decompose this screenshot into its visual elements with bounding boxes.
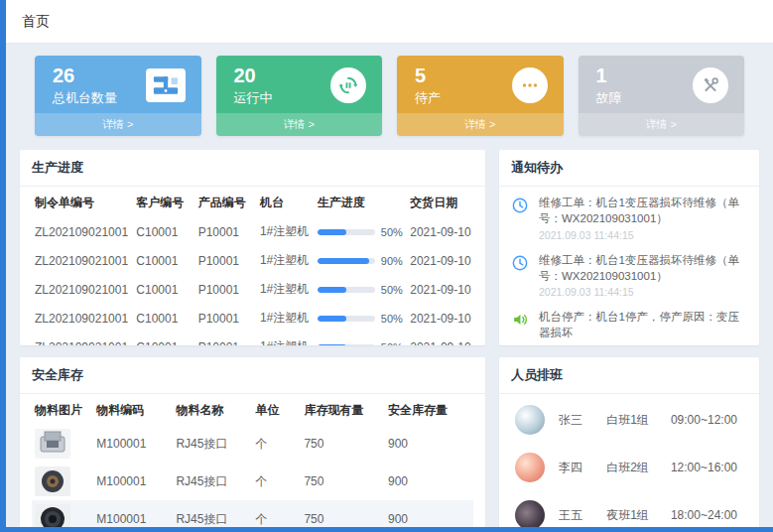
production-table: 制令单编号 客户编号 产品编号 机台 生产进度 交货日期 ZL202109021… xyxy=(32,189,473,345)
notice-time: 2021.09.03 11:44:15 xyxy=(539,229,747,241)
cell-stock: 750 xyxy=(301,425,385,463)
sidebar-strip xyxy=(0,0,6,532)
cell-product: P10001 xyxy=(195,332,257,345)
progress-bar xyxy=(318,287,375,293)
notice-text: 维修工单：机台1变压器损坏待维修（单号：WX202109031001） xyxy=(539,253,747,285)
staff-time: 12:00~16:00 xyxy=(671,461,743,474)
col-name: 物料名称 xyxy=(173,396,252,425)
cell-order: ZL202109021001 xyxy=(32,332,133,345)
staff-shift: 白班2组 xyxy=(606,460,671,476)
col-product: 产品编号 xyxy=(195,189,257,217)
table-row[interactable]: M100001 RJ45接口 个 750 900 xyxy=(32,425,473,463)
cell-customer: C10001 xyxy=(133,217,194,246)
table-row[interactable]: M100001 RJ45接口 个 750 900 xyxy=(32,500,473,527)
stat-card-main: 1 故障 xyxy=(579,56,745,113)
cell-unit: 个 xyxy=(252,500,301,527)
ellipsis-icon xyxy=(512,67,548,103)
detail-link-running[interactable]: 详情 > xyxy=(216,113,383,136)
cell-product: P10001 xyxy=(195,304,257,332)
table-row[interactable]: ZL202109021001 C10001 P10001 1#注塑机 50% 2… xyxy=(32,332,473,345)
tools-icon xyxy=(693,67,728,103)
staff-time: 09:00~12:00 xyxy=(671,413,743,427)
notifications-panel: 通知待办 维修工单：机台1变压器损坏待维修（单号：WX202109031001）… xyxy=(499,150,759,345)
cell-date: 2021-09-10 xyxy=(407,217,473,246)
detail-link-fault[interactable]: 详情 > xyxy=(579,113,745,136)
cell-order: ZL202109021001 xyxy=(32,217,133,246)
cell-unit: 个 xyxy=(252,425,301,463)
staff-row: 张三 白班1组 09:00~12:00 xyxy=(511,396,747,444)
staff-name: 李四 xyxy=(559,460,606,476)
notice-item[interactable]: 维修工单：机台1变压器损坏待维修（单号：WX202109031001） 2021… xyxy=(511,246,747,304)
cell-progress: 90% xyxy=(315,246,407,275)
col-image: 物料图片 xyxy=(32,396,93,425)
panels-row-1: 生产进度 制令单编号 客户编号 产品编号 机台 生产进度 交货日期 xyxy=(20,150,759,345)
panel-title: 生产进度 xyxy=(20,150,485,187)
stat-label: 总机台数量 xyxy=(53,89,117,107)
panel-title: 人员排班 xyxy=(499,357,759,394)
clock-icon xyxy=(511,196,531,241)
cell-machine: 1#注塑机 xyxy=(257,332,315,345)
table-header-row: 制令单编号 客户编号 产品编号 机台 生产进度 交货日期 xyxy=(32,189,473,217)
staff-time: 18:00~24:00 xyxy=(671,508,743,522)
table-row[interactable]: ZL202109021001 C10001 P10001 1#注塑机 90% 2… xyxy=(32,246,473,275)
detail-link-total[interactable]: 详情 > xyxy=(35,113,201,136)
table-row[interactable]: ZL202109021001 C10001 P10001 1#注塑机 50% 2… xyxy=(32,304,473,332)
stat-value: 26 xyxy=(53,64,117,87)
notice-item[interactable]: 维修工单：机台1变压器损坏待维修（单号：WX202109031001） 2021… xyxy=(511,189,747,246)
notice-item[interactable]: 机台停产：机台1停产，停产原因：变压器损坏 2021.09.03 11:44:1… xyxy=(511,303,747,345)
cell-machine: 1#注塑机 xyxy=(257,304,315,332)
production-progress-panel: 生产进度 制令单编号 客户编号 产品编号 机台 生产进度 交货日期 xyxy=(20,150,485,345)
progress-bar xyxy=(318,344,375,346)
cell-date: 2021-09-10 xyxy=(407,246,473,275)
col-safety: 安全库存量 xyxy=(385,396,473,425)
stat-card-main: 20 运行中 xyxy=(216,56,383,113)
cell-stock: 750 xyxy=(301,463,385,500)
table-row[interactable]: ZL202109021001 C10001 P10001 1#注塑机 50% 2… xyxy=(32,217,473,246)
cell-date: 2021-09-10 xyxy=(407,304,473,332)
coil-photo xyxy=(35,466,70,496)
table-row[interactable]: M100001 RJ45接口 个 750 900 xyxy=(32,463,473,500)
cell-name: RJ45接口 xyxy=(173,463,252,500)
staff-name: 张三 xyxy=(559,412,606,429)
cell-order: ZL202109021001 xyxy=(32,275,133,304)
cell-code: M100001 xyxy=(93,463,173,500)
connector-photo xyxy=(35,429,70,459)
top-bar: 首页 xyxy=(6,0,773,44)
speaker-icon xyxy=(511,310,531,345)
detail-link-waiting[interactable]: 详情 > xyxy=(397,113,564,136)
cell-machine: 1#注塑机 xyxy=(257,246,315,275)
cell-code: M100001 xyxy=(93,500,173,527)
col-code: 物料编码 xyxy=(93,396,173,425)
cell-machine: 1#注塑机 xyxy=(257,217,315,246)
stat-label: 运行中 xyxy=(234,89,273,107)
panel-title: 安全库存 xyxy=(20,357,485,394)
table-row[interactable]: ZL202109021001 C10001 P10001 1#注塑机 50% 2… xyxy=(32,275,473,304)
notice-time: 2021.09.03 11:44:15 xyxy=(539,286,747,298)
staff-shift: 白班1组 xyxy=(606,412,671,429)
cell-machine: 1#注塑机 xyxy=(257,275,315,304)
cell-date: 2021-09-10 xyxy=(407,332,473,345)
cell-product: P10001 xyxy=(195,246,257,275)
cell-customer: C10001 xyxy=(133,304,194,332)
running-icon xyxy=(330,67,366,103)
col-machine: 机台 xyxy=(257,189,315,217)
cell-date: 2021-09-10 xyxy=(407,275,473,304)
bottom-frame-strip xyxy=(0,527,773,532)
cell-progress: 50% xyxy=(315,332,407,345)
progress-label: 50% xyxy=(381,284,403,296)
cell-customer: C10001 xyxy=(133,332,194,345)
staff-row: 李四 白班2组 12:00~16:00 xyxy=(511,444,747,491)
staff-shift: 夜班1组 xyxy=(606,507,671,524)
progress-bar xyxy=(318,229,375,235)
inventory-table: 物料图片 物料编码 物料名称 单位 库存现有量 安全库存量 M100001 R xyxy=(32,396,473,527)
notice-text: 机台停产：机台1停产，停产原因：变压器损坏 xyxy=(539,310,747,341)
cell-order: ZL202109021001 xyxy=(32,304,133,332)
tab-home[interactable]: 首页 xyxy=(22,13,50,31)
cell-code: M100001 xyxy=(93,425,173,463)
cell-order: ZL202109021001 xyxy=(32,246,133,275)
stat-value: 20 xyxy=(234,64,273,87)
cell-safety: 900 xyxy=(385,463,473,500)
col-customer: 客户编号 xyxy=(133,189,194,217)
progress-label: 50% xyxy=(381,226,403,238)
machine-icon xyxy=(146,68,186,102)
